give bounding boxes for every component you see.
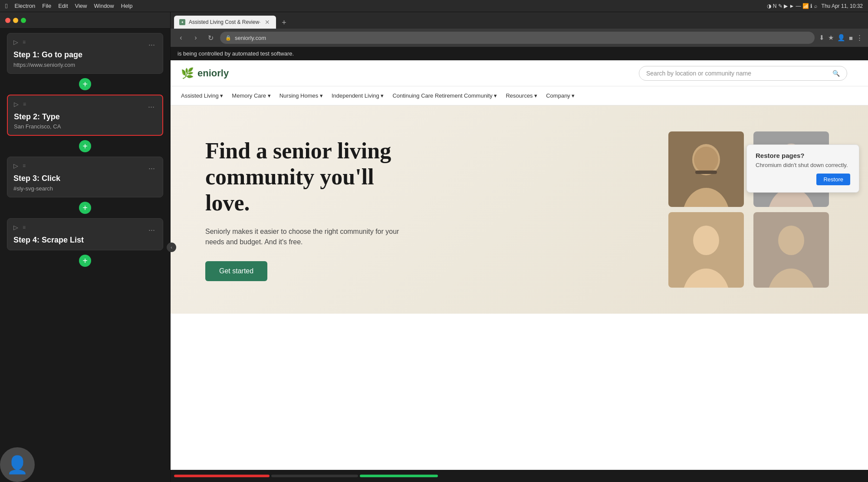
profile-icon[interactable]: 👤: [837, 34, 845, 42]
restore-popup: Restore pages? Chromium didn't shut down…: [746, 144, 859, 193]
menu-edit[interactable]: Edit: [58, 3, 68, 9]
hero-section: Find a senior living community you'll lo…: [171, 105, 868, 314]
seniorly-search-bar[interactable]: Search by location or community name 🔍: [639, 66, 847, 81]
step-card-3[interactable]: ▷ ≡ ... Step 3: Click #sly-svg-search: [7, 157, 163, 197]
step-subtitle-3: #sly-svg-search: [13, 185, 157, 192]
nav-memory-care[interactable]: Memory Care ▾: [232, 92, 270, 99]
step-drag-icon-2: ≡: [23, 101, 26, 107]
hero-img-3: [668, 212, 744, 288]
restore-button[interactable]: Restore: [816, 174, 850, 185]
logo-text: eniorly: [197, 68, 229, 79]
step-title-4: Step 4: Scrape List: [13, 236, 157, 245]
hero-person-1: [668, 131, 744, 207]
step-header-left-3: ▷ ≡: [13, 162, 26, 169]
macos-menubar:  Electron File Edit View Window Help ◑ …: [0, 0, 868, 12]
restore-popup-desc: Chromium didn't shut down correctly.: [756, 162, 850, 168]
traffic-lights: [5, 18, 26, 23]
step-more-btn-1[interactable]: ...: [147, 39, 157, 48]
lock-icon: 🔒: [225, 35, 231, 41]
step-header-1: ▷ ≡ ...: [13, 39, 157, 48]
step-card-4[interactable]: ▷ ≡ ... Step 4: Scrape List: [7, 218, 163, 251]
svg-point-2: [694, 147, 718, 173]
menu-help[interactable]: Help: [121, 3, 133, 9]
step-card-1[interactable]: ▷ ≡ ... Step 1: Go to page https://www.s…: [7, 33, 163, 74]
get-started-button[interactable]: Get started: [205, 261, 267, 281]
apple-logo: : [5, 2, 7, 10]
status-segment-green: [360, 475, 438, 477]
bookmark-icon[interactable]: ★: [828, 34, 834, 42]
browser-tab-active[interactable]: ✦ Assisted Living Cost & Review· ✕: [174, 16, 276, 29]
step-header-left-1: ▷ ≡: [13, 39, 26, 46]
add-step-btn-2[interactable]: +: [79, 140, 91, 152]
step-subtitle-1: https://www.seniorly.com: [13, 62, 157, 68]
hero-subtitle: Seniorly makes it easier to choose the r…: [205, 226, 414, 247]
seniorly-header: 🌿 eniorly Search by location or communit…: [171, 60, 868, 86]
add-step-row-3: +: [0, 197, 170, 218]
step-play-icon-4: ▷: [13, 224, 18, 231]
status-segment-red: [174, 475, 270, 477]
add-step-btn-4[interactable]: +: [79, 255, 91, 267]
add-step-btn-1[interactable]: +: [79, 78, 91, 90]
step-drag-icon-1: ≡: [23, 39, 26, 45]
step-subtitle-2: San Francisco, CA: [14, 123, 156, 130]
menu-electron[interactable]: Electron: [14, 3, 35, 9]
step-more-btn-4[interactable]: ...: [147, 224, 157, 233]
step-drag-icon-3: ≡: [23, 163, 26, 169]
user-avatar[interactable]: 👤: [0, 447, 35, 482]
traffic-light-red[interactable]: [5, 18, 10, 23]
step-play-icon-3: ▷: [13, 162, 18, 169]
menu-window[interactable]: Window: [94, 3, 114, 9]
hero-person-4: [753, 212, 829, 288]
step-more-btn-2[interactable]: ...: [146, 101, 156, 110]
download-icon[interactable]: ⬇: [819, 34, 825, 42]
seniorly-logo[interactable]: 🌿 eniorly: [181, 67, 229, 79]
tab-label: Assisted Living Cost & Review·: [189, 19, 260, 25]
step-header-left-2: ▷ ≡: [14, 101, 26, 108]
sidebar-collapse-btn[interactable]: ‹: [167, 243, 176, 252]
nav-ccrc[interactable]: Continuing Care Retirement Community ▾: [392, 92, 497, 99]
nav-independent-living[interactable]: Independent Living ▾: [332, 92, 384, 99]
bottom-bar: [171, 470, 868, 482]
sidebar-topbar: [0, 12, 170, 29]
macos-menu-right: ◑ N ✎ ▶ ► — 📶 ℹ ⌕ Thu Apr 11, 10:32: [767, 3, 863, 9]
automation-warning: is being controlled by automated test so…: [171, 47, 868, 60]
svg-point-12: [778, 226, 804, 255]
step-header-2: ▷ ≡ ...: [14, 101, 156, 110]
step-more-btn-3[interactable]: ...: [147, 162, 157, 171]
search-icon: 🔍: [832, 70, 840, 77]
nav-nursing-homes[interactable]: Nursing Homes ▾: [279, 92, 323, 99]
nav-refresh-btn[interactable]: ↻: [205, 34, 216, 42]
menu-view[interactable]: View: [75, 3, 87, 9]
add-step-row-2: +: [0, 136, 170, 157]
browser-tabs: ✦ Assisted Living Cost & Review· ✕ +: [171, 12, 868, 29]
menu-file[interactable]: File: [42, 3, 51, 9]
step-title-1: Step 1: Go to page: [13, 50, 157, 60]
step-card-2[interactable]: ▷ ≡ ... Step 2: Type San Francisco, CA: [7, 95, 163, 136]
nav-back-btn[interactable]: ‹: [176, 34, 186, 42]
traffic-light-green[interactable]: [21, 18, 26, 23]
step-header-left-4: ▷ ≡: [13, 224, 26, 231]
hero-img-1: [668, 131, 744, 207]
step-header-3: ▷ ≡ ...: [13, 162, 157, 171]
add-step-row-1: +: [0, 74, 170, 95]
nav-assisted-living[interactable]: Assisted Living ▾: [181, 92, 223, 99]
svg-rect-4: [695, 171, 717, 174]
menu-dots-icon[interactable]: ⋮: [856, 34, 863, 42]
extensions-icon[interactable]: ■: [849, 34, 853, 42]
step-drag-icon-4: ≡: [23, 224, 26, 230]
sidebar-content: ▷ ≡ ... Step 1: Go to page https://www.s…: [0, 29, 170, 482]
traffic-light-yellow[interactable]: [13, 18, 18, 23]
nav-resources[interactable]: Resources ▾: [506, 92, 537, 99]
nav-forward-btn[interactable]: ›: [191, 34, 201, 42]
browser-area: ✦ Assisted Living Cost & Review· ✕ + ‹ ›…: [171, 12, 868, 482]
step-play-icon-1: ▷: [13, 39, 18, 46]
add-step-btn-3[interactable]: +: [79, 202, 91, 214]
address-bar[interactable]: 🔒 seniorly.com: [220, 32, 815, 44]
hero-text: Find a senior living community you'll lo…: [205, 138, 414, 281]
step-title-3: Step 3: Click: [13, 174, 157, 184]
chevron-left-icon: ‹: [171, 245, 172, 250]
nav-company[interactable]: Company ▾: [546, 92, 575, 99]
new-tab-btn[interactable]: +: [278, 16, 290, 29]
tab-close-btn[interactable]: ✕: [264, 18, 271, 26]
hero-title: Find a senior living community you'll lo…: [205, 138, 414, 216]
